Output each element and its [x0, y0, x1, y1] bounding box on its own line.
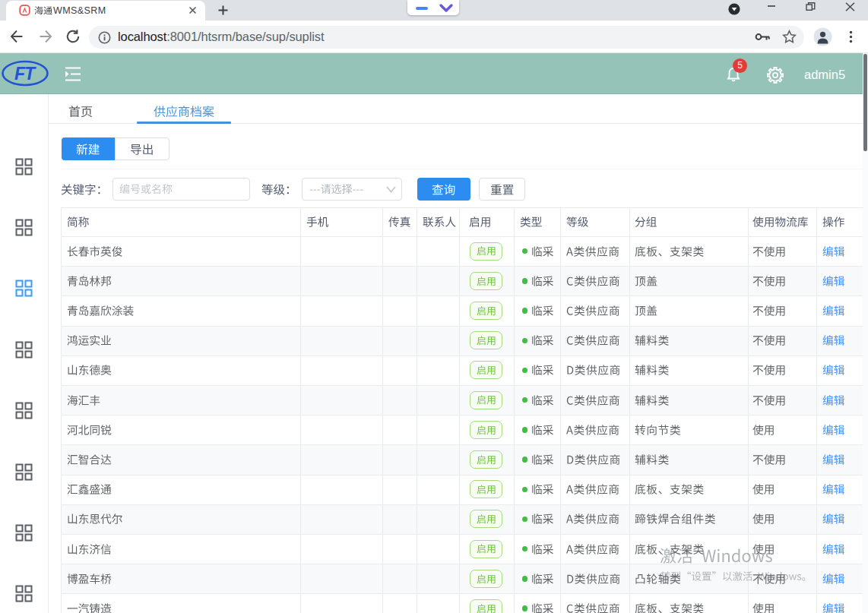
svg-text:FT: FT	[14, 64, 36, 84]
